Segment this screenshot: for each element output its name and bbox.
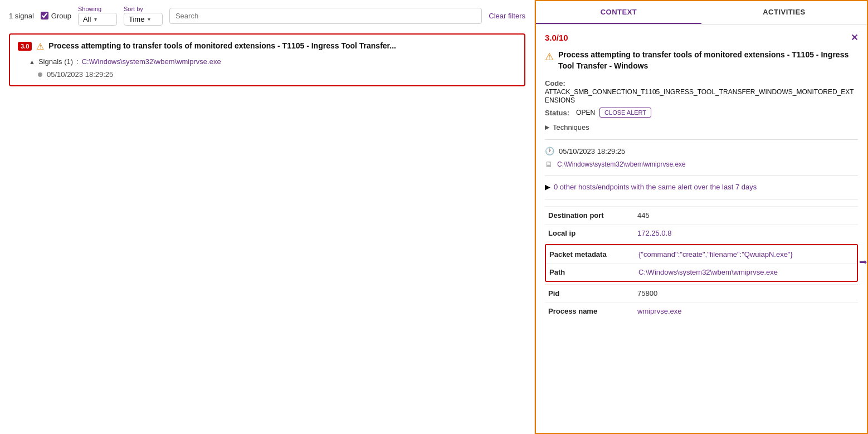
panel-warning-icon: ⚠ [545, 51, 554, 63]
toolbar: 1 signal Group Showing All ▾ Sort by Tim… [9, 6, 525, 26]
code-row: Code: ATTACK_SMB_CONNECTION_T1105_INGRES… [545, 79, 858, 104]
showing-value: All [83, 15, 91, 23]
showing-dropdown[interactable]: Showing All ▾ [78, 6, 117, 26]
score-badge: 3.0 [18, 42, 32, 51]
other-hosts-text: 0 other hosts/endpoints with the same al… [554, 183, 757, 191]
table-row: Process namewmiprvse.exe [545, 303, 858, 320]
tab-activities[interactable]: ACTIVITIES [701, 1, 867, 24]
sort-select[interactable]: Time ▾ [124, 13, 163, 26]
field-value: 172.25.0.8 [634, 225, 858, 242]
left-panel: 1 signal Group Showing All ▾ Sort by Tim… [0, 0, 535, 434]
divider-2 [545, 175, 858, 176]
search-input[interactable] [169, 8, 482, 24]
field-value: 75800 [634, 285, 858, 303]
close-alert-button[interactable]: CLOSE ALERT [599, 108, 651, 118]
alert-title: Process attempting to transfer tools of … [48, 41, 396, 50]
status-label: Status: [545, 109, 569, 117]
signals-label-row: ▲ Signals (1) : C:\Windows\system32\wbem… [29, 57, 516, 66]
chevron-down-icon: ▾ [148, 16, 150, 22]
chevron-down-icon: ▾ [94, 16, 97, 22]
signal-count: 1 signal [9, 12, 34, 20]
event-time: 05/10/2023 18:29:25 [559, 147, 625, 155]
other-hosts-arrow-icon: ▶ [545, 183, 550, 191]
sort-dropdown[interactable]: Sort by Time ▾ [124, 6, 163, 26]
field-key: Destination port [545, 207, 634, 225]
divider-3 [545, 199, 858, 199]
other-hosts-row[interactable]: ▶ 0 other hosts/endpoints with the same … [545, 183, 858, 191]
panel-alert-header: ⚠ Process attempting to transfer tools o… [545, 50, 858, 71]
right-panel: CONTEXT ACTIVITIES 3.0/10 ✕ ⚠ Process at… [535, 0, 868, 434]
table-row: Destination port445 [545, 207, 858, 225]
more-fields-table: Pid75800Process namewmiprvse.exe [545, 284, 858, 320]
status-row: Status: OPEN CLOSE ALERT [545, 108, 858, 118]
field-key: Path [546, 264, 635, 281]
event-time-row: 🕐 05/10/2023 18:29:25 [545, 147, 858, 155]
signal-dot-icon [38, 72, 42, 77]
alert-card: 3.0 ⚠ Process attempting to transfer too… [9, 33, 525, 86]
close-panel-button[interactable]: ✕ [851, 32, 858, 43]
signals-separator: : [76, 57, 79, 66]
field-key: Process name [545, 303, 634, 320]
signals-count: Signals (1) [38, 57, 73, 66]
warning-icon: ⚠ [36, 41, 44, 52]
process-row: 🖥 C:\Windows\system32\wbem\wmiprvse.exe [545, 160, 858, 169]
sort-value: Time [129, 15, 144, 23]
score-header: 3.0/10 ✕ [545, 32, 858, 43]
field-value: 445 [634, 207, 858, 225]
techniques-toggle[interactable]: ▶ Techniques [545, 123, 858, 131]
group-control: Group [41, 12, 71, 20]
panel-score: 3.0/10 [545, 33, 568, 42]
nav-icon-container: ⮕ [859, 258, 868, 268]
tab-context[interactable]: CONTEXT [536, 1, 701, 24]
group-checkbox[interactable] [41, 12, 48, 19]
signals-group: ▲ Signals (1) : C:\Windows\system32\wbem… [29, 57, 516, 79]
showing-label: Showing [78, 6, 117, 12]
techniques-label: Techniques [553, 123, 589, 131]
monitor-icon: 🖥 [545, 160, 553, 169]
alert-header: 3.0 ⚠ Process attempting to transfer too… [18, 41, 516, 52]
field-key: Pid [545, 285, 634, 303]
status-value: OPEN [576, 109, 595, 116]
code-label: Code: [545, 79, 565, 87]
highlighted-fields-table: Packet metadata{"command":"create","file… [546, 245, 857, 281]
group-label: Group [51, 12, 71, 20]
detail-table: Destination port445Local ip172.25.0.8 [545, 206, 858, 242]
field-key: Local ip [545, 225, 634, 242]
table-row: Packet metadata{"command":"create","file… [546, 246, 857, 264]
code-value: ATTACK_SMB_CONNECTION_T1105_INGRESS_TOOL… [545, 88, 854, 104]
sort-label: Sort by [124, 6, 163, 12]
panel-alert-title: Process attempting to transfer tools of … [558, 50, 858, 71]
table-row: PathC:\Windows\system32\wbem\wmiprvse.ex… [546, 264, 857, 281]
field-value: C:\Windows\system32\wbem\wmiprvse.exe [635, 264, 857, 281]
divider-1 [545, 139, 858, 140]
signals-path: C:\Windows\system32\wbem\wmiprvse.exe [82, 57, 221, 66]
clear-filters-button[interactable]: Clear filters [489, 12, 525, 20]
tabs-bar: CONTEXT ACTIVITIES [536, 1, 867, 25]
techniques-arrow-icon: ▶ [545, 124, 549, 131]
navigate-icon[interactable]: ⮕ [859, 258, 868, 267]
showing-select[interactable]: All ▾ [78, 13, 117, 26]
field-value: {"command":"create","filename":"QwuiapN.… [635, 246, 857, 264]
field-value: wmiprvse.exe [634, 303, 858, 320]
table-row: Pid75800 [545, 285, 858, 303]
signal-time: 05/10/2023 18:29:25 [47, 70, 113, 79]
signal-event: 05/10/2023 18:29:25 [38, 70, 516, 79]
panel-content: 3.0/10 ✕ ⚠ Process attempting to transfe… [536, 25, 867, 328]
collapse-arrow-icon[interactable]: ▲ [29, 58, 35, 65]
clock-icon: 🕐 [545, 147, 554, 155]
field-key: Packet metadata [546, 246, 635, 264]
table-row: Local ip172.25.0.8 [545, 225, 858, 242]
close-icon: ✕ [851, 33, 858, 42]
process-path: C:\Windows\system32\wbem\wmiprvse.exe [557, 160, 686, 168]
highlighted-fields-container: Packet metadata{"command":"create","file… [545, 244, 858, 282]
